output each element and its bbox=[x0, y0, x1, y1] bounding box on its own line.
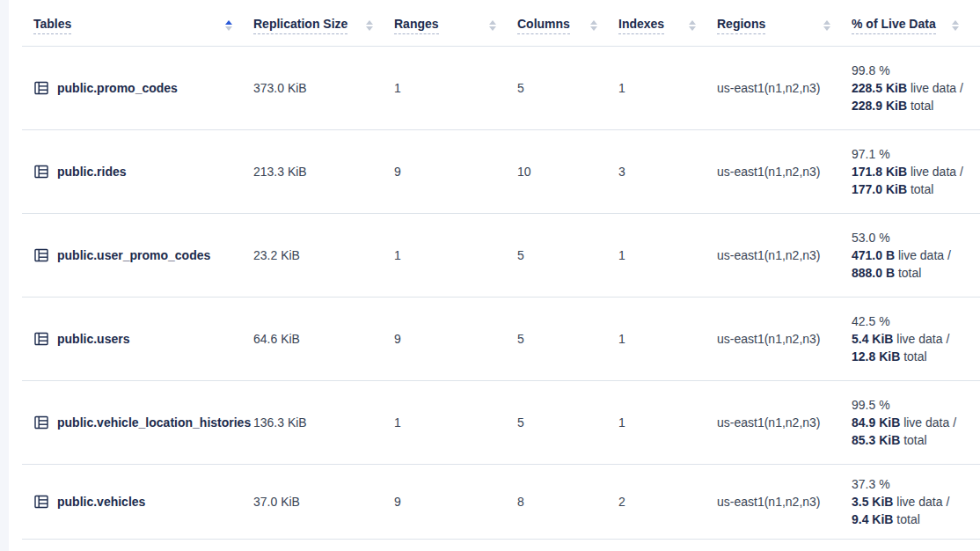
column-header-ranges-label: Ranges bbox=[394, 17, 439, 34]
columns-cell: 10 bbox=[517, 129, 618, 213]
table-icon bbox=[33, 494, 49, 510]
column-header-regions[interactable]: Regions bbox=[717, 0, 852, 46]
live-data-amount: 3.5 KiB live data / bbox=[852, 493, 980, 511]
sort-icon bbox=[823, 20, 830, 31]
replication-size-cell: 136.3 KiB bbox=[253, 380, 394, 464]
column-header-ranges[interactable]: Ranges bbox=[394, 0, 517, 46]
column-header-regions-label: Regions bbox=[717, 17, 765, 34]
column-header-indexes-label: Indexes bbox=[618, 17, 664, 34]
sort-icon bbox=[689, 20, 696, 31]
column-header-indexes[interactable]: Indexes bbox=[618, 0, 717, 46]
table-row: public.promo_codes 373.0 KiB 1 5 1 us-ea… bbox=[22, 46, 980, 129]
indexes-cell: 1 bbox=[618, 213, 717, 297]
table-icon bbox=[33, 415, 49, 430]
table-name-cell: public.vehicles bbox=[22, 464, 253, 539]
table-icon bbox=[33, 80, 49, 96]
table-row: public.rides 213.3 KiB 9 10 3 us-east1(n… bbox=[22, 129, 980, 213]
table-name-link[interactable]: public.vehicles bbox=[57, 495, 145, 509]
column-header-live-data[interactable]: % of Live Data bbox=[852, 0, 980, 46]
ranges-cell: 1 bbox=[394, 46, 517, 129]
indexes-cell: 1 bbox=[618, 46, 717, 129]
table-name-cell: public.users bbox=[22, 297, 253, 380]
database-tables-panel: Tables Replication Size Ranges bbox=[9, 0, 980, 551]
live-data-amount: 171.8 KiB live data / bbox=[852, 163, 980, 180]
live-data-percent: 53.0 % bbox=[852, 229, 980, 246]
total-data-amount: 228.9 KiB total bbox=[852, 97, 980, 114]
columns-cell: 5 bbox=[517, 380, 618, 464]
table-name-cell: public.user_promo_codes bbox=[22, 213, 253, 297]
replication-size-cell: 213.3 KiB bbox=[253, 129, 394, 213]
live-data-cell: 99.8 % 228.5 KiB live data / 228.9 KiB t… bbox=[852, 46, 980, 129]
column-header-replication-size[interactable]: Replication Size bbox=[253, 0, 394, 46]
sort-icon bbox=[366, 20, 373, 31]
total-data-amount: 12.8 KiB total bbox=[852, 348, 980, 365]
total-data-amount: 177.0 KiB total bbox=[852, 180, 980, 198]
table-icon bbox=[33, 164, 49, 180]
columns-cell: 8 bbox=[517, 464, 618, 539]
table-name-link[interactable]: public.rides bbox=[57, 165, 127, 179]
sort-icon bbox=[952, 20, 959, 31]
columns-cell: 5 bbox=[517, 297, 618, 380]
columns-cell: 5 bbox=[517, 213, 618, 297]
column-header-columns-label: Columns bbox=[517, 17, 570, 34]
replication-size-cell: 23.2 KiB bbox=[253, 213, 394, 297]
live-data-amount: 5.4 KiB live data / bbox=[852, 330, 980, 348]
sort-icon bbox=[225, 20, 232, 31]
indexes-cell: 1 bbox=[618, 297, 717, 380]
table-name-cell: public.rides bbox=[22, 129, 253, 213]
total-data-amount: 888.0 B total bbox=[852, 264, 980, 282]
ranges-cell: 1 bbox=[394, 213, 517, 297]
table-header-row: Tables Replication Size Ranges bbox=[22, 0, 980, 46]
live-data-percent: 97.1 % bbox=[852, 145, 980, 163]
regions-cell: us-east1(n1,n2,n3) bbox=[717, 129, 852, 213]
live-data-cell: 53.0 % 471.0 B live data / 888.0 B total bbox=[852, 213, 980, 297]
indexes-cell: 2 bbox=[618, 464, 717, 539]
live-data-cell: 99.5 % 84.9 KiB live data / 85.3 KiB tot… bbox=[852, 380, 980, 464]
sort-icon bbox=[590, 20, 597, 31]
column-header-tables[interactable]: Tables bbox=[22, 0, 253, 46]
table-name-link[interactable]: public.users bbox=[57, 332, 129, 346]
table-name-cell: public.promo_codes bbox=[22, 46, 253, 129]
ranges-cell: 1 bbox=[394, 380, 517, 464]
total-data-amount: 85.3 KiB total bbox=[852, 431, 980, 449]
sort-icon bbox=[489, 20, 496, 31]
table-row: public.vehicles 37.0 KiB 9 8 2 us-east1(… bbox=[22, 464, 980, 539]
live-data-percent: 99.5 % bbox=[852, 396, 980, 414]
table-row: public.vehicle_location_histories 136.3 … bbox=[22, 380, 980, 464]
live-data-percent: 42.5 % bbox=[852, 312, 980, 330]
live-data-amount: 228.5 KiB live data / bbox=[852, 79, 980, 97]
database-tables-table: Tables Replication Size Ranges bbox=[22, 0, 980, 540]
column-header-live-data-label: % of Live Data bbox=[852, 17, 936, 34]
live-data-cell: 37.3 % 3.5 KiB live data / 9.4 KiB total bbox=[852, 464, 980, 539]
table-row: public.user_promo_codes 23.2 KiB 1 5 1 u… bbox=[22, 213, 980, 297]
column-header-columns[interactable]: Columns bbox=[517, 0, 618, 46]
regions-cell: us-east1(n1,n2,n3) bbox=[717, 464, 852, 539]
replication-size-cell: 37.0 KiB bbox=[253, 464, 394, 539]
live-data-cell: 97.1 % 171.8 KiB live data / 177.0 KiB t… bbox=[852, 129, 980, 213]
table-name-cell: public.vehicle_location_histories bbox=[22, 380, 253, 464]
table-name-link[interactable]: public.vehicle_location_histories bbox=[57, 415, 251, 430]
regions-cell: us-east1(n1,n2,n3) bbox=[717, 46, 852, 129]
columns-cell: 5 bbox=[517, 46, 618, 129]
indexes-cell: 1 bbox=[618, 380, 717, 464]
replication-size-cell: 64.6 KiB bbox=[253, 297, 394, 380]
ranges-cell: 9 bbox=[394, 129, 517, 213]
live-data-amount: 84.9 KiB live data / bbox=[852, 414, 980, 431]
live-data-percent: 99.8 % bbox=[852, 62, 980, 79]
ranges-cell: 9 bbox=[394, 464, 517, 539]
regions-cell: us-east1(n1,n2,n3) bbox=[717, 380, 852, 464]
live-data-amount: 471.0 B live data / bbox=[852, 246, 980, 264]
column-header-tables-label: Tables bbox=[33, 17, 71, 34]
column-header-replication-size-label: Replication Size bbox=[253, 17, 347, 34]
regions-cell: us-east1(n1,n2,n3) bbox=[717, 213, 852, 297]
table-name-link[interactable]: public.promo_codes bbox=[57, 81, 178, 95]
indexes-cell: 3 bbox=[618, 129, 717, 213]
total-data-amount: 9.4 KiB total bbox=[852, 511, 980, 528]
table-icon bbox=[33, 247, 49, 263]
table-name-link[interactable]: public.user_promo_codes bbox=[57, 248, 210, 262]
regions-cell: us-east1(n1,n2,n3) bbox=[717, 297, 852, 380]
live-data-percent: 37.3 % bbox=[852, 475, 980, 493]
replication-size-cell: 373.0 KiB bbox=[253, 46, 394, 129]
ranges-cell: 9 bbox=[394, 297, 517, 380]
table-row: public.users 64.6 KiB 9 5 1 us-east1(n1,… bbox=[22, 297, 980, 380]
